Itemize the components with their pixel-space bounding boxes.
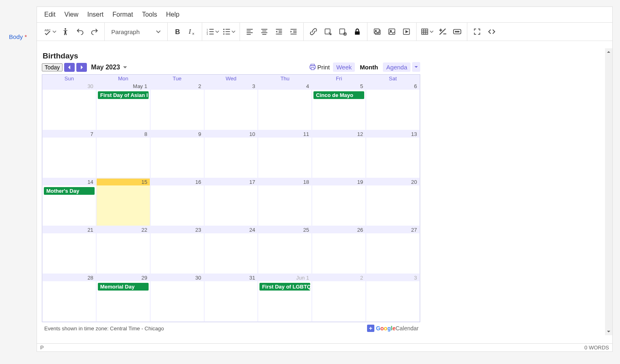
image-button[interactable] (385, 24, 399, 39)
fullscreen-button[interactable] (470, 24, 484, 39)
day-cell[interactable]: 21 (42, 226, 96, 274)
day-cell[interactable]: Jun 1First Day of LGBTQ (258, 274, 312, 322)
day-cell[interactable]: 31 (204, 274, 258, 322)
calendar-event[interactable]: Memorial Day (98, 283, 149, 291)
day-cell[interactable]: 24 (204, 226, 258, 274)
day-cell[interactable]: 4 (258, 82, 312, 130)
day-cell[interactable]: 11 (258, 130, 312, 178)
dayhead: Sat (366, 75, 420, 82)
view-month-tab[interactable]: Month (356, 62, 381, 72)
calendar-title: Birthdays (42, 51, 420, 62)
menu-format[interactable]: Format (112, 11, 133, 18)
day-cell[interactable]: 27 (366, 226, 420, 274)
more-button[interactable] (450, 24, 464, 39)
day-cell[interactable]: 16 (150, 178, 204, 226)
day-cell[interactable]: 17 (204, 178, 258, 226)
code-button[interactable] (484, 24, 499, 39)
link-add-button[interactable] (335, 24, 350, 39)
day-cell[interactable]: 29Memorial Day (96, 274, 150, 322)
day-cell[interactable]: 3 (204, 82, 258, 130)
date-label: 2 (312, 274, 365, 281)
day-cell[interactable]: 19 (312, 178, 366, 226)
dayhead: Thu (258, 75, 312, 82)
menu-tools[interactable]: Tools (142, 11, 157, 18)
vertical-scrollbar[interactable] (605, 48, 612, 335)
date-label: 25 (258, 226, 311, 233)
unordered-list-button[interactable] (221, 24, 237, 39)
spellcheck-button[interactable]: ABC (42, 24, 58, 39)
google-calendar-badge[interactable]: + GoogleCalendar (367, 325, 419, 332)
dayhead: Sun (42, 75, 96, 82)
block-format-select[interactable]: Paragraph (107, 24, 165, 39)
day-cell[interactable]: 12 (312, 130, 366, 178)
redo-button[interactable] (87, 24, 102, 39)
day-cell[interactable]: 22 (96, 226, 150, 274)
day-cell[interactable]: 18 (258, 178, 312, 226)
chevron-down-icon (231, 30, 235, 34)
align-center-button[interactable] (257, 24, 272, 39)
printer-icon (309, 63, 316, 71)
chevron-down-icon (52, 30, 56, 34)
day-cell[interactable]: 7 (42, 130, 96, 178)
day-cell[interactable]: 23 (150, 226, 204, 274)
day-cell[interactable]: 15 (96, 178, 150, 226)
view-dropdown[interactable] (412, 62, 420, 72)
day-cell[interactable]: 14Mother's Day (42, 178, 96, 226)
ordered-list-button[interactable]: 123 (205, 24, 221, 39)
prev-month-button[interactable] (64, 63, 75, 72)
menu-help[interactable]: Help (166, 11, 179, 18)
menu-insert[interactable]: Insert (87, 11, 104, 18)
calendar-event[interactable]: First Day of LGBTQ (259, 283, 310, 291)
menu-view[interactable]: View (65, 11, 78, 18)
accessibility-button[interactable] (58, 24, 73, 39)
date-label: 8 (97, 131, 150, 138)
day-cell[interactable]: 30 (150, 274, 204, 322)
month-picker[interactable]: May 2023 (91, 64, 127, 71)
undo-button[interactable] (73, 24, 87, 39)
lock-button[interactable] (350, 24, 365, 39)
day-cell[interactable]: 9 (150, 130, 204, 178)
view-agenda-tab[interactable]: Agenda (383, 62, 410, 72)
day-cell[interactable]: 8 (96, 130, 150, 178)
date-label: 10 (205, 131, 258, 138)
day-cell[interactable]: 10 (204, 130, 258, 178)
day-cell[interactable]: 2 (150, 82, 204, 130)
outdent-button[interactable] (272, 24, 286, 39)
calendar-event[interactable]: Mother's Day (44, 187, 95, 195)
day-cell[interactable]: 30 (42, 82, 96, 130)
day-cell[interactable]: 5Cinco de Mayo (312, 82, 366, 130)
element-path[interactable]: P (40, 345, 44, 351)
day-cell[interactable]: 20 (366, 178, 420, 226)
word-count[interactable]: 0 WORDS (584, 345, 609, 351)
day-cell[interactable]: 25 (258, 226, 312, 274)
day-cell[interactable]: May 1First Day of Asian I (96, 82, 150, 130)
plus-minus-button[interactable] (435, 24, 450, 39)
dayhead: Tue (150, 75, 204, 82)
align-left-button[interactable] (242, 24, 257, 39)
day-cell[interactable]: 28 (42, 274, 96, 322)
scroll-down-button[interactable] (605, 328, 612, 335)
bold-button[interactable]: B (170, 24, 185, 39)
next-month-button[interactable] (76, 63, 87, 72)
link-edit-button[interactable] (321, 24, 335, 39)
day-cell[interactable]: 13 (366, 130, 420, 178)
menu-edit[interactable]: Edit (44, 11, 56, 18)
view-week-tab[interactable]: Week (333, 62, 355, 72)
table-button[interactable] (419, 24, 435, 39)
day-cell[interactable]: 3 (366, 274, 420, 322)
day-cell[interactable]: 2 (312, 274, 366, 322)
print-button[interactable]: Print (309, 63, 330, 71)
today-button[interactable]: Today (42, 63, 63, 71)
video-button[interactable] (399, 24, 414, 39)
link-button[interactable] (306, 24, 321, 39)
day-cell[interactable]: 26 (312, 226, 366, 274)
editor-content[interactable]: Birthdays Today May 2023 Print Wee (37, 48, 605, 343)
date-label: 24 (205, 226, 258, 233)
indent-button[interactable] (286, 24, 301, 39)
image-gallery-button[interactable] (370, 24, 385, 39)
clear-format-button[interactable]: I× (185, 24, 199, 39)
day-cell[interactable]: 6 (366, 82, 420, 130)
calendar-event[interactable]: Cinco de Mayo (313, 91, 364, 99)
scroll-up-button[interactable] (605, 48, 612, 56)
calendar-event[interactable]: First Day of Asian I (98, 91, 149, 99)
